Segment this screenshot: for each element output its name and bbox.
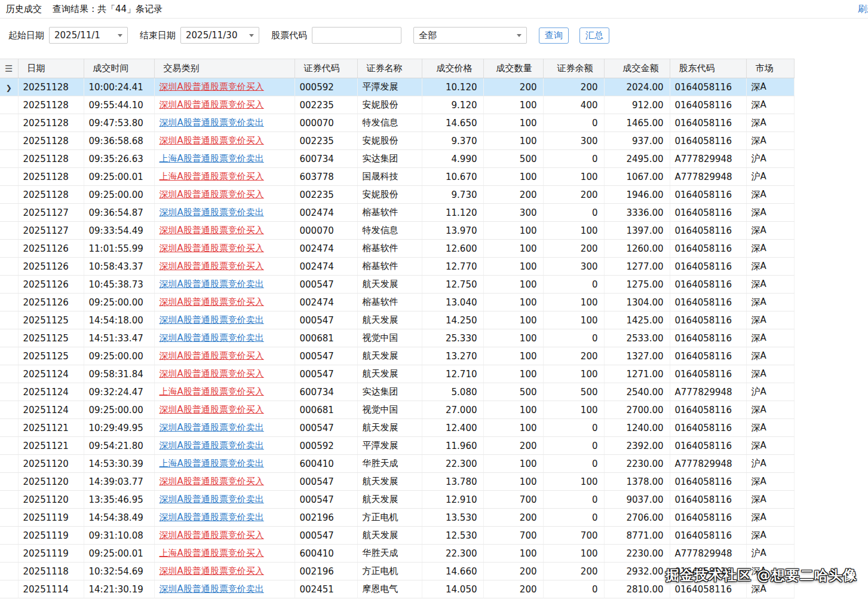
row-selector[interactable] [0,455,18,473]
row-selector[interactable] [0,114,18,132]
table-row[interactable]: 2025112514:51:33.47深圳A股普通股票竞价卖出000681视觉中… [0,329,794,347]
end-date-value: 2025/11/30 [186,30,237,41]
table-row[interactable]: 2025111914:54:38.49深圳A股普通股票竞价卖出002196方正电… [0,509,794,527]
table-row[interactable]: 2025111909:31:10.08深圳A股普通股票竞价买入000547航天发… [0,527,794,545]
table-row[interactable]: 2025112809:36:58.68深圳A股普通股票竞价买入002235安妮股… [0,132,794,150]
cell-balance: 100 [543,401,604,419]
table-row[interactable]: ❯2025112810:00:24.41深圳A股普通股票竞价买入000592平潭… [0,78,794,96]
table-header-row: ☰ 日期成交时间交易类别证券代码证券名称成交价格成交数量证券余额成交金额股东代码… [0,59,794,78]
row-selector[interactable] [0,186,18,204]
cell-time: 09:25:00.01 [84,545,154,563]
cell-price: 11.120 [422,204,483,222]
cell-time: 09:58:31.84 [84,365,154,383]
cell-type: 深圳A股普通股票竞价买入 [154,240,295,258]
table-row[interactable]: 2025112409:32:24.47上海A股普通股票竞价买入600734实达集… [0,383,794,401]
summary-button[interactable]: 汇总 [579,27,609,44]
cell-price: 9.370 [422,132,483,150]
row-selector[interactable] [0,580,18,598]
table-row[interactable]: 2025112709:33:54.49深圳A股普通股票竞价买入000070特发信… [0,222,794,240]
row-selector[interactable] [0,473,18,491]
row-selector[interactable] [0,258,18,276]
table-row[interactable]: 2025112014:53:30.39上海A股普通股票竞价卖出600410华胜天… [0,455,794,473]
row-selector[interactable] [0,491,18,509]
column-header-0[interactable]: 日期 [18,59,84,78]
cell-balance: 0 [543,491,604,509]
row-selector[interactable] [0,329,18,347]
table-row[interactable]: 2025112809:47:53.80深圳A股普通股票竞价卖出000070特发信… [0,114,794,132]
table-row[interactable]: 2025112610:58:43.37深圳A股普通股票竞价买入002474榕基软… [0,258,794,276]
table-row[interactable]: 2025112611:01:55.99深圳A股普通股票竞价买入002474榕基软… [0,240,794,258]
cell-market: 深A [746,527,794,545]
row-selector[interactable] [0,240,18,258]
row-selector[interactable] [0,168,18,186]
refresh-button[interactable]: 刷新 [858,4,868,15]
table-row[interactable]: 2025112809:35:26.63上海A股普通股票竞价卖出600734实达集… [0,150,794,168]
table-row[interactable]: 2025112509:25:00.00深圳A股普通股票竞价买入000547航天发… [0,347,794,365]
row-selector[interactable] [0,545,18,563]
query-button[interactable]: 查询 [539,27,569,44]
row-selector[interactable] [0,150,18,168]
header-menu-cell[interactable]: ☰ [0,59,18,78]
row-selector[interactable] [0,222,18,240]
row-selector[interactable] [0,311,18,329]
table-row[interactable]: 2025112409:25:00.00深圳A股普通股票竞价买入000681视觉中… [0,401,794,419]
end-date-select[interactable]: 2025/11/30 [180,27,259,44]
filter-bar: 起始日期 2025/11/1 结束日期 2025/11/30 股票代码 全部 查… [0,19,868,52]
table-row[interactable]: 2025112610:45:38.73深圳A股普通股票竞价卖出000547航天发… [0,276,794,294]
row-selector[interactable] [0,383,18,401]
cell-holder: A777829948 [670,168,746,186]
column-header-4[interactable]: 证券名称 [357,59,422,78]
table-row[interactable]: 2025111810:32:54.69深圳A股普通股票竞价买入002196方正电… [0,563,794,580]
table-row[interactable]: 2025112809:25:00.00深圳A股普通股票竞价买入002235安妮股… [0,186,794,204]
table-row[interactable]: 2025111909:25:00.01上海A股普通股票竞价买入600410华胜天… [0,545,794,563]
stock-code-input[interactable] [317,27,396,43]
column-header-8[interactable]: 成交金额 [604,59,670,78]
row-selector[interactable] [0,204,18,222]
cell-time: 09:54:21.80 [84,437,154,455]
row-selector[interactable] [0,276,18,294]
row-selector[interactable] [0,132,18,150]
row-selector[interactable] [0,401,18,419]
cell-price: 12.910 [422,491,483,509]
column-header-9[interactable]: 股东代码 [670,59,746,78]
row-selector[interactable] [0,509,18,527]
cell-name: 榕基软件 [357,204,422,222]
cell-date: 20251127 [18,204,84,222]
row-selector[interactable] [0,365,18,383]
column-header-3[interactable]: 证券代码 [295,59,357,78]
table-row[interactable]: 2025112110:29:49.95深圳A股普通股票竞价卖出000547航天发… [0,419,794,437]
cell-balance: 0 [543,204,604,222]
row-selector[interactable] [0,527,18,545]
table-row[interactable]: 2025112409:58:31.84深圳A股普通股票竞价买入000547航天发… [0,365,794,383]
cell-qty: 700 [483,491,543,509]
row-selector[interactable] [0,437,18,455]
row-selector[interactable] [0,347,18,365]
table-row[interactable]: 2025112709:36:54.87深圳A股普通股票竞价卖出002474榕基软… [0,204,794,222]
cell-balance: 100 [543,294,604,311]
column-header-2[interactable]: 交易类别 [154,59,295,78]
row-selector[interactable] [0,419,18,437]
column-header-6[interactable]: 成交数量 [483,59,543,78]
cell-qty: 100 [483,114,543,132]
cell-price: 25.330 [422,329,483,347]
row-selector[interactable]: ❯ [0,78,18,96]
cell-amount: 2932.00 [604,563,670,580]
column-header-5[interactable]: 成交价格 [422,59,483,78]
column-header-10[interactable]: 市场 [746,59,794,78]
column-header-7[interactable]: 证券余额 [543,59,604,78]
start-date-select[interactable]: 2025/11/1 [49,27,128,44]
table-row[interactable]: 2025111414:21:30.19深圳A股普通股票竞价卖出002451摩恩电… [0,580,794,598]
row-selector[interactable] [0,96,18,114]
table-row[interactable]: 2025112809:55:44.10深圳A股普通股票竞价买入002235安妮股… [0,96,794,114]
table-row[interactable]: 2025112514:54:18.00深圳A股普通股票竞价卖出000547航天发… [0,311,794,329]
table-row[interactable]: 2025112609:25:00.00深圳A股普通股票竞价买入002474榕基软… [0,294,794,311]
column-header-1[interactable]: 成交时间 [84,59,154,78]
current-row-arrow-icon: ❯ [6,84,12,92]
row-selector[interactable] [0,294,18,311]
market-filter-select[interactable]: 全部 [413,27,527,44]
table-row[interactable]: 2025112014:39:03.77深圳A股普通股票竞价买入000547航天发… [0,473,794,491]
table-row[interactable]: 2025112809:25:00.01上海A股普通股票竞价买入603778国晟科… [0,168,794,186]
table-row[interactable]: 2025112013:35:46.95深圳A股普通股票竞价卖出000547航天发… [0,491,794,509]
row-selector[interactable] [0,563,18,580]
table-row[interactable]: 2025112109:54:21.80深圳A股普通股票竞价卖出000592平潭发… [0,437,794,455]
